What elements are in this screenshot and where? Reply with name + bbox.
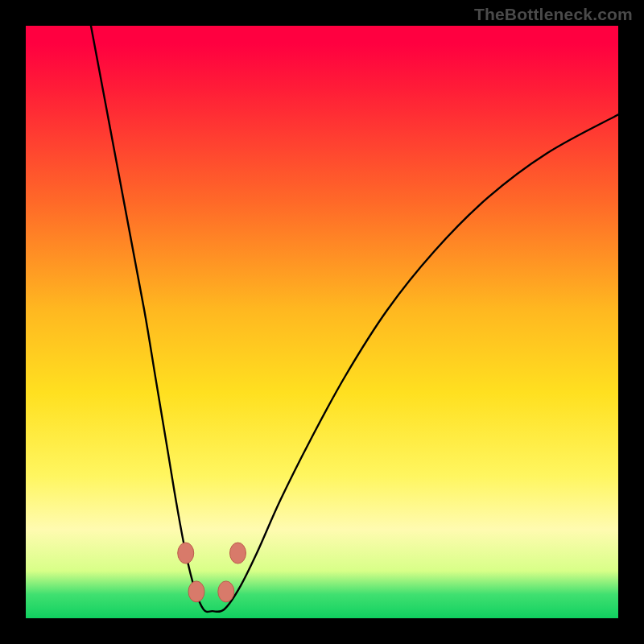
left-upper-dot [178,543,194,564]
left-lower-dot [188,581,204,602]
curve-layer [26,26,618,618]
chart-frame: TheBottleneck.com [0,0,644,644]
right-upper-dot [229,543,246,564]
watermark-text: TheBottleneck.com [474,5,633,24]
plot-area [26,26,618,618]
bottleneck-curve [91,26,618,612]
right-lower-dot [218,581,234,602]
